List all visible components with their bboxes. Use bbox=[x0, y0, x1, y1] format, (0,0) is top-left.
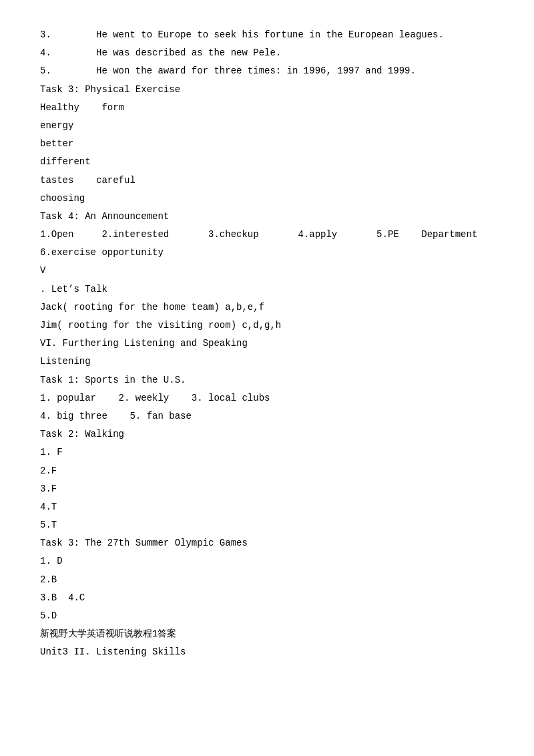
content-line-line5: Healthy form bbox=[40, 100, 494, 116]
content-line-line10: choosing bbox=[40, 190, 494, 207]
content-line-line15: . Let’s Talk bbox=[40, 281, 494, 298]
content-line-line16: Jack( rooting for the home team) a,b,e,f bbox=[40, 299, 494, 316]
content-line-line3: 5. He won the award for three times: in … bbox=[40, 63, 494, 79]
content-line-line19: Listening bbox=[40, 353, 494, 370]
content-line-line8: different bbox=[40, 154, 494, 170]
content-line-line21: 1. popular 2. weekly 3. local clubs bbox=[40, 390, 494, 407]
content-line-line33: 5.D bbox=[40, 608, 494, 624]
content-line-line12: 1.Open 2.interested 3.checkup 4.apply 5.… bbox=[40, 226, 494, 243]
content-line-line9: tastes careful bbox=[40, 172, 494, 189]
content-line-line22: 4. big three 5. fan base bbox=[40, 408, 494, 425]
content-line-line32: 3.B 4.C bbox=[40, 590, 494, 606]
content-line-line4: Task 3: Physical Exercise bbox=[40, 81, 494, 98]
content-line-line11: Task 4: An Announcement bbox=[40, 208, 494, 225]
content-line-line18: VI. Furthering Listening and Speaking bbox=[40, 335, 494, 352]
content-line-line24: 1. F bbox=[40, 444, 494, 461]
content-line-line31: 2.B bbox=[40, 572, 494, 588]
content-line-line30: 1. D bbox=[40, 553, 494, 570]
content-line-line26: 3.F bbox=[40, 481, 494, 498]
content-line-line29: Task 3: The 27th Summer Olympic Games bbox=[40, 535, 494, 552]
content-line-line27: 4.T bbox=[40, 499, 494, 516]
content-line-line1: 3. He went to Europe to seek his fortune… bbox=[40, 27, 494, 43]
content-line-line2: 4. He was described as the new Pele. bbox=[40, 45, 494, 61]
content-line-line25: 2.F bbox=[40, 463, 494, 480]
content-line-line6: energy bbox=[40, 118, 494, 134]
content-line-line20: Task 1: Sports in the U.S. bbox=[40, 372, 494, 389]
content-line-line17: Jim( rooting for the visiting room) c,d,… bbox=[40, 317, 494, 334]
content-line-line35: Unit3 II. Listening Skills bbox=[40, 644, 494, 660]
content-line-line14: V bbox=[40, 262, 494, 279]
content-line-line34: 新视野大学英语视听说教程1答案 bbox=[40, 626, 494, 642]
content-line-line7: better bbox=[40, 136, 494, 152]
content-line-line13: 6.exercise opportunity bbox=[40, 244, 494, 261]
main-content: 3. He went to Europe to seek his fortune… bbox=[40, 27, 494, 661]
content-line-line23: Task 2: Walking bbox=[40, 426, 494, 443]
content-line-line28: 5.T bbox=[40, 517, 494, 534]
